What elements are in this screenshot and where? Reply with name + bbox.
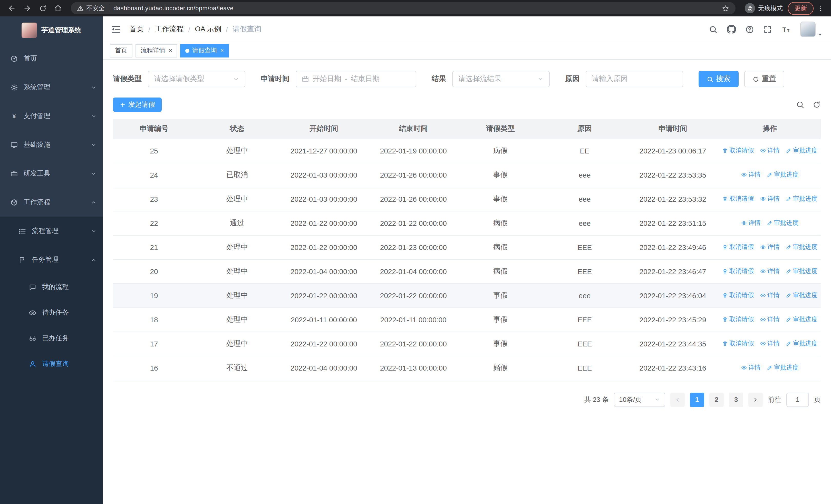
- approval-progress-link[interactable]: 审批进度: [785, 315, 818, 324]
- sidebar-item-label: 基础设施: [24, 140, 85, 149]
- refresh-table-button[interactable]: [812, 100, 821, 109]
- sidebar-item-task-management[interactable]: 任务管理: [0, 245, 103, 274]
- approval-progress-link[interactable]: 审批进度: [785, 291, 818, 300]
- sidebar-item-infrastructure[interactable]: 基础设施: [0, 130, 103, 159]
- detail-link[interactable]: 详情: [741, 363, 761, 372]
- tab-process-detail[interactable]: 流程详情 ×: [136, 44, 177, 57]
- cell-leave-type: 事假: [458, 331, 543, 356]
- workflow-icon: [10, 198, 18, 206]
- goto-page-input[interactable]: [786, 392, 809, 407]
- sidebar-item-label: 支付管理: [24, 111, 85, 121]
- browser-reload-button[interactable]: [36, 2, 49, 15]
- address-bar[interactable]: 不安全 dashboard.yudao.iocoder.cn/bpm/oa/le…: [71, 2, 736, 14]
- detail-link[interactable]: 详情: [760, 339, 779, 348]
- cancel-leave-link[interactable]: 取消请假: [722, 315, 754, 324]
- approval-progress-link[interactable]: 审批进度: [785, 243, 818, 251]
- sidebar-item-workflow[interactable]: 工作流程: [0, 188, 103, 216]
- cancel-leave-link[interactable]: 取消请假: [722, 146, 754, 155]
- cell-start-time: 2022-01-04 00:00:00: [279, 259, 369, 283]
- security-indicator[interactable]: 不安全: [77, 4, 105, 12]
- sidebar-item-system[interactable]: 系统管理: [0, 73, 103, 101]
- cancel-leave-link[interactable]: 取消请假: [722, 267, 754, 276]
- sidebar-item-todo-tasks[interactable]: 待办任务: [0, 300, 103, 325]
- toggle-search-button[interactable]: [796, 100, 804, 109]
- breadcrumb-item[interactable]: OA 示例: [195, 25, 222, 34]
- browser-menu-button[interactable]: [815, 2, 826, 14]
- svg-text:¥: ¥: [12, 113, 16, 119]
- detail-link[interactable]: 详情: [760, 243, 779, 251]
- cancel-leave-link[interactable]: 取消请假: [722, 243, 754, 251]
- tab-home[interactable]: 首页: [110, 44, 133, 57]
- result-select[interactable]: 请选择流结果: [452, 71, 550, 87]
- sidebar-item-leave-query[interactable]: 请假查询: [0, 351, 103, 377]
- apply-time-range-picker[interactable]: 开始日期 - 结束日期: [296, 71, 416, 87]
- close-icon[interactable]: ×: [168, 48, 172, 53]
- create-leave-button[interactable]: 发起请假: [113, 97, 162, 112]
- app-logo-row[interactable]: 芋道管理系统: [0, 17, 103, 44]
- sidebar-item-done-tasks[interactable]: 已办任务: [0, 325, 103, 351]
- browser-back-button[interactable]: [5, 2, 19, 15]
- fullscreen-icon: [763, 25, 772, 34]
- col-start-time: 开始时间: [279, 119, 369, 139]
- reset-button[interactable]: 重置: [744, 71, 784, 87]
- home-icon: [54, 4, 62, 12]
- sidebar-item-label: 首页: [24, 54, 96, 63]
- close-icon[interactable]: ×: [220, 48, 224, 53]
- detail-link[interactable]: 详情: [760, 195, 779, 203]
- approval-progress-link[interactable]: 审批进度: [785, 267, 818, 276]
- reason-input[interactable]: 请输入原因: [586, 71, 683, 87]
- approval-progress-link[interactable]: 审批进度: [785, 146, 818, 155]
- detail-link[interactable]: 详情: [760, 146, 779, 155]
- page-button-1[interactable]: 1: [690, 392, 704, 407]
- sidebar-item-devtools[interactable]: 研发工具: [0, 159, 103, 188]
- cancel-leave-link[interactable]: 取消请假: [722, 291, 754, 300]
- end-date-placeholder: 结束日期: [351, 75, 379, 84]
- col-actions: 操作: [719, 119, 821, 139]
- page-size-select[interactable]: 10条/页: [614, 392, 665, 407]
- detail-link[interactable]: 详情: [760, 291, 779, 300]
- bookmark-star-icon[interactable]: [722, 4, 729, 12]
- cell-apply-time: 2022-01-22 23:44:35: [627, 331, 719, 356]
- help-button[interactable]: [745, 25, 754, 34]
- search-button[interactable]: 搜索: [698, 71, 739, 87]
- page-button-2[interactable]: 2: [709, 392, 724, 407]
- next-page-button[interactable]: [748, 392, 763, 407]
- breadcrumb-separator: /: [189, 25, 191, 33]
- fullscreen-button[interactable]: [763, 25, 772, 34]
- sidebar-item-label: 任务管理: [32, 255, 85, 264]
- chevron-down-icon: [654, 397, 660, 403]
- sidebar-toggle-button[interactable]: [111, 24, 121, 34]
- browser-forward-button[interactable]: [21, 2, 34, 15]
- approval-progress-link[interactable]: 审批进度: [785, 339, 818, 348]
- select-placeholder: 请选择请假类型: [154, 75, 204, 84]
- sidebar-item-process-management[interactable]: 流程管理: [0, 216, 103, 245]
- header-search-button[interactable]: [709, 25, 718, 34]
- breadcrumb-item[interactable]: 首页: [130, 25, 144, 34]
- sidebar-item-home[interactable]: 首页: [0, 44, 103, 73]
- security-label: 不安全: [86, 4, 105, 12]
- breadcrumb-item[interactable]: 工作流程: [155, 25, 184, 34]
- approval-progress-link[interactable]: 审批进度: [767, 363, 798, 372]
- github-link[interactable]: [727, 25, 736, 34]
- approval-progress-link[interactable]: 审批进度: [785, 195, 818, 203]
- page-button-3[interactable]: 3: [729, 392, 743, 407]
- cell-apply-time: 2022-01-22 23:46:47: [627, 259, 719, 283]
- browser-update-button[interactable]: 更新: [788, 2, 813, 14]
- cancel-leave-link[interactable]: 取消请假: [722, 339, 754, 348]
- leave-type-select[interactable]: 请选择请假类型: [148, 71, 245, 87]
- detail-link[interactable]: 详情: [760, 267, 779, 276]
- detail-link[interactable]: 详情: [741, 170, 761, 179]
- user-menu[interactable]: [800, 22, 823, 37]
- detail-link[interactable]: 详情: [760, 315, 779, 324]
- sidebar-item-my-processes[interactable]: 我的流程: [0, 274, 103, 300]
- font-size-button[interactable]: TT: [781, 25, 791, 34]
- detail-link[interactable]: 详情: [741, 219, 761, 227]
- sidebar-item-payment[interactable]: ¥ 支付管理: [0, 101, 103, 130]
- tab-leave-query[interactable]: 请假查询 ×: [180, 44, 229, 57]
- browser-home-button[interactable]: [51, 2, 65, 15]
- approval-progress-link[interactable]: 审批进度: [767, 170, 798, 179]
- page-content: 请假类型 请选择请假类型 申请时间 开始日期 - 结束日期: [103, 60, 831, 504]
- prev-page-button[interactable]: [670, 392, 685, 407]
- approval-progress-link[interactable]: 审批进度: [767, 219, 798, 227]
- cancel-leave-link[interactable]: 取消请假: [722, 195, 754, 203]
